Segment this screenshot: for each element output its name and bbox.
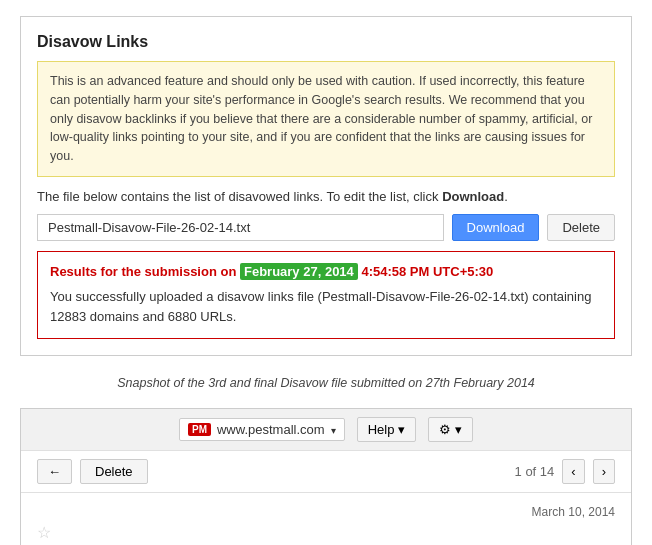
file-row: Pestmall-Disavow-File-26-02-14.txt Downl… [37, 214, 615, 241]
help-button[interactable]: Help ▾ [357, 417, 417, 442]
star-icon[interactable]: ☆ [37, 523, 615, 542]
next-button[interactable]: › [593, 459, 615, 484]
download-button[interactable]: Download [452, 214, 540, 241]
file-info-text: The file below contains the list of disa… [37, 189, 615, 204]
gmail-email-area: March 10, 2014 ☆ Reconsideration request… [21, 493, 631, 545]
settings-button[interactable]: ⚙ ▾ [428, 417, 473, 442]
gmail-toolbar: ← Delete 1 of 14 ‹ › [21, 451, 631, 493]
result-header: Results for the submission on February 2… [50, 262, 602, 283]
gear-chevron: ▾ [455, 422, 462, 437]
result-date: February 27, 2014 [240, 263, 358, 280]
pm-logo-area: PM www.pestmall.com [179, 418, 345, 441]
result-body: You successfully uploaded a disavow link… [50, 287, 602, 329]
toolbar-right: 1 of 14 ‹ › [515, 459, 615, 484]
file-info-post: . [504, 189, 508, 204]
pm-badge: PM [188, 423, 211, 436]
pagination-text: 1 of 14 [515, 464, 555, 479]
prev-button[interactable]: ‹ [562, 459, 584, 484]
file-info-pre: The file below contains the list of disa… [37, 189, 442, 204]
toolbar-left: ← Delete [37, 459, 148, 484]
gmail-panel: PM www.pestmall.com Help ▾ ⚙ ▾ ← Delete [20, 408, 632, 545]
result-header-post: 4:54:58 PM UTC+5:30 [358, 264, 493, 279]
file-name: Pestmall-Disavow-File-26-02-14.txt [37, 214, 444, 241]
top-caption: Snapshot of the 3rd and final Disavow fi… [20, 376, 632, 390]
help-label: Help [368, 422, 395, 437]
gmail-topbar: PM www.pestmall.com Help ▾ ⚙ ▾ [21, 409, 631, 451]
pm-domain: www.pestmall.com [217, 422, 325, 437]
email-date: March 10, 2014 [37, 505, 615, 519]
gmail-delete-button[interactable]: Delete [80, 459, 148, 484]
gear-icon: ⚙ [439, 422, 451, 437]
result-box: Results for the submission on February 2… [37, 251, 615, 339]
result-header-pre: Results for the submission on [50, 264, 240, 279]
page-wrapper: Disavow Links This is an advanced featur… [0, 0, 652, 545]
help-chevron: ▾ [398, 422, 405, 437]
warning-box: This is an advanced feature and should o… [37, 61, 615, 177]
pm-domain-chevron[interactable] [331, 422, 336, 437]
back-button[interactable]: ← [37, 459, 72, 484]
delete-button[interactable]: Delete [547, 214, 615, 241]
disavow-title: Disavow Links [37, 33, 615, 51]
disavow-panel: Disavow Links This is an advanced featur… [20, 16, 632, 356]
file-info-link: Download [442, 189, 504, 204]
